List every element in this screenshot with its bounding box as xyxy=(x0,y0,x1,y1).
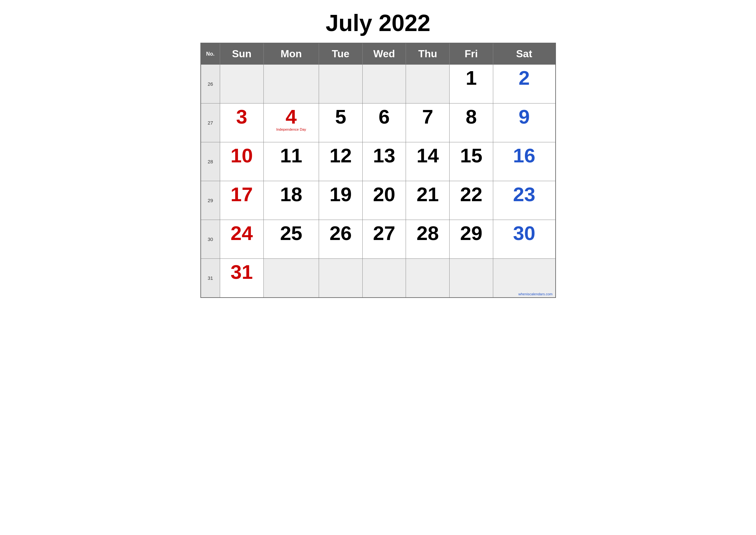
day-number: 26 xyxy=(322,223,360,243)
day-cell xyxy=(406,259,449,297)
week-number: 28 xyxy=(201,142,220,181)
day-cell: 20 xyxy=(362,181,406,220)
day-cell: 9 xyxy=(493,103,555,142)
header-row: No. Sun Mon Tue Wed Thu Fri Sat xyxy=(201,43,555,65)
day-number: 18 xyxy=(266,184,316,205)
day-cell xyxy=(362,259,406,297)
day-number: 22 xyxy=(452,184,490,205)
day-number: 1 xyxy=(452,68,490,88)
day-cell: 5 xyxy=(319,103,363,142)
day-number: 20 xyxy=(365,184,403,205)
calendar-week-row: 3131wheniscalendars.com xyxy=(201,259,555,297)
calendar-week-row: 2917181920212223 xyxy=(201,181,555,220)
week-number: 30 xyxy=(201,220,220,259)
header-thu: Thu xyxy=(406,43,449,65)
day-number: 6 xyxy=(365,107,403,127)
day-cell: 15 xyxy=(449,142,493,181)
day-number: 19 xyxy=(322,184,360,205)
header-tue: Tue xyxy=(319,43,363,65)
day-cell: wheniscalendars.com xyxy=(493,259,555,297)
day-number: 28 xyxy=(409,223,447,243)
holiday-label: Independence Day xyxy=(266,127,316,131)
day-number: 17 xyxy=(223,184,261,205)
day-cell: 28 xyxy=(406,220,449,259)
calendar-week-row: 2612 xyxy=(201,65,555,103)
day-cell: 29 xyxy=(449,220,493,259)
day-cell: 3 xyxy=(220,103,264,142)
day-cell: 7 xyxy=(406,103,449,142)
day-cell: 22 xyxy=(449,181,493,220)
header-mon: Mon xyxy=(263,43,319,65)
day-cell: 13 xyxy=(362,142,406,181)
day-cell xyxy=(319,259,363,297)
day-cell: 18 xyxy=(263,181,319,220)
day-cell xyxy=(406,65,449,103)
week-number: 29 xyxy=(201,181,220,220)
day-number: 31 xyxy=(223,262,261,282)
day-cell xyxy=(220,65,264,103)
week-number: 26 xyxy=(201,65,220,103)
day-number: 15 xyxy=(452,146,490,166)
day-number: 21 xyxy=(409,184,447,205)
day-number: 4 xyxy=(266,107,316,127)
day-number: 5 xyxy=(322,107,360,127)
day-cell xyxy=(362,65,406,103)
day-number: 29 xyxy=(452,223,490,243)
day-cell: 11 xyxy=(263,142,319,181)
day-cell: 26 xyxy=(319,220,363,259)
day-number: 9 xyxy=(496,107,553,127)
day-cell: 10 xyxy=(220,142,264,181)
day-number: 27 xyxy=(365,223,403,243)
day-number: 23 xyxy=(496,184,553,205)
week-number: 31 xyxy=(201,259,220,297)
day-cell xyxy=(263,259,319,297)
day-cell: 27 xyxy=(362,220,406,259)
day-cell xyxy=(449,259,493,297)
day-cell: 25 xyxy=(263,220,319,259)
day-number: 10 xyxy=(223,146,261,166)
day-cell: 12 xyxy=(319,142,363,181)
day-cell: 4Independence Day xyxy=(263,103,319,142)
day-cell: 21 xyxy=(406,181,449,220)
day-number: 30 xyxy=(496,223,553,243)
day-cell: 2 xyxy=(493,65,555,103)
day-cell xyxy=(263,65,319,103)
header-wed: Wed xyxy=(362,43,406,65)
day-number: 7 xyxy=(409,107,447,127)
day-number: 3 xyxy=(223,107,261,127)
day-cell: 31 xyxy=(220,259,264,297)
day-cell: 14 xyxy=(406,142,449,181)
calendar-week-row: 2734Independence Day56789 xyxy=(201,103,555,142)
header-sun: Sun xyxy=(220,43,264,65)
day-cell: 23 xyxy=(493,181,555,220)
day-cell: 16 xyxy=(493,142,555,181)
day-cell: 30 xyxy=(493,220,555,259)
day-cell: 24 xyxy=(220,220,264,259)
day-number: 16 xyxy=(496,146,553,166)
calendar-week-row: 2810111213141516 xyxy=(201,142,555,181)
day-number: 11 xyxy=(266,146,316,166)
day-cell: 17 xyxy=(220,181,264,220)
week-number: 27 xyxy=(201,103,220,142)
day-cell: 19 xyxy=(319,181,363,220)
day-cell: 6 xyxy=(362,103,406,142)
day-cell: 1 xyxy=(449,65,493,103)
header-sat: Sat xyxy=(493,43,555,65)
day-number: 14 xyxy=(409,146,447,166)
calendar-title: July 2022 xyxy=(201,10,556,36)
day-number: 25 xyxy=(266,223,316,243)
calendar-table: No. Sun Mon Tue Wed Thu Fri Sat 26122734… xyxy=(201,43,556,298)
calendar-week-row: 3024252627282930 xyxy=(201,220,555,259)
header-fri: Fri xyxy=(449,43,493,65)
day-number: 12 xyxy=(322,146,360,166)
watermark: wheniscalendars.com xyxy=(496,292,553,296)
day-number: 13 xyxy=(365,146,403,166)
calendar-container: July 2022 No. Sun Mon Tue Wed Thu Fri Sa… xyxy=(201,10,556,298)
day-cell: 8 xyxy=(449,103,493,142)
day-number: 24 xyxy=(223,223,261,243)
day-number: 2 xyxy=(496,68,553,88)
header-no: No. xyxy=(201,43,220,65)
day-cell xyxy=(319,65,363,103)
day-number: 8 xyxy=(452,107,490,127)
